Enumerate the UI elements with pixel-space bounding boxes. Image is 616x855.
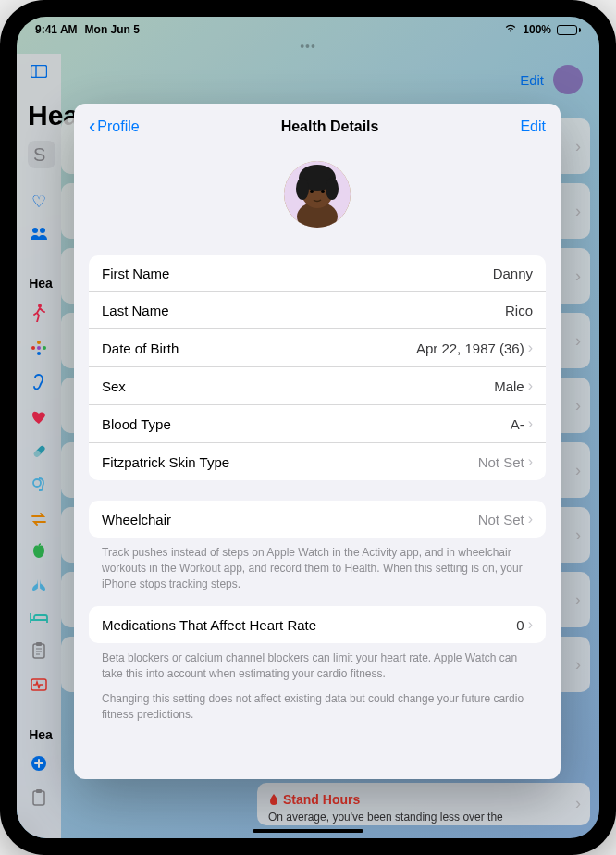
wheelchair-footer: Track pushes instead of steps on Apple W… [74,538,561,606]
chevron-right-icon: › [528,378,533,394]
row-label: Blood Type [102,416,171,432]
row-value: Apr 22, 1987 (36)› [416,340,533,356]
medications-row[interactable]: Medications That Affect Heart Rate 0 › [89,606,546,643]
row-value: 0 › [516,616,533,633]
chevron-right-icon: › [528,453,533,470]
row-label: First Name [102,266,169,281]
row-value: Rico [505,303,533,318]
medications-group: Medications That Affect Heart Rate 0 › [89,606,546,643]
ipad-frame: 9:41 AM Mon Jun 5 100% ••• Health S ♡ He… [0,0,616,855]
avatar-container [74,144,561,255]
row-label: Medications That Affect Heart Rate [102,617,316,633]
row-label: Last Name [102,303,169,318]
detail-row[interactable]: SexMale› [89,367,546,405]
detail-row[interactable]: Fitzpatrick Skin TypeNot Set› [89,443,546,480]
edit-button[interactable]: Edit [520,118,546,135]
row-value: A-› [511,415,533,432]
row-label: Date of Birth [102,341,179,356]
chevron-right-icon: › [528,511,533,527]
row-value: Not Set› [478,453,533,470]
row-label: Fitzpatrick Skin Type [102,454,229,470]
row-value: Not Set › [478,511,533,527]
home-indicator[interactable] [253,829,363,833]
svg-point-29 [321,190,325,193]
chevron-left-icon: ‹ [89,117,95,137]
chevron-right-icon: › [528,340,533,356]
chevron-right-icon: › [528,415,533,432]
svg-point-28 [310,190,314,193]
detail-row[interactable]: Date of BirthApr 22, 1987 (36)› [89,329,546,367]
back-button[interactable]: ‹ Profile [89,117,140,137]
chevron-right-icon: › [528,616,533,633]
svg-point-26 [296,178,309,200]
detail-row[interactable]: Blood TypeA-› [89,405,546,443]
row-value: Danny [493,266,533,281]
medications-footer: Beta blockers or calcium channel blocker… [74,643,561,737]
screen: 9:41 AM Mon Jun 5 100% ••• Health S ♡ He… [17,17,599,838]
detail-row: First NameDanny [89,255,546,292]
detail-row: Last NameRico [89,292,546,329]
sheet-header: ‹ Profile Health Details Edit [74,104,561,144]
details-group: First NameDannyLast NameRicoDate of Birt… [89,255,546,480]
health-details-sheet: ‹ Profile Health Details Edit [74,104,561,779]
row-label: Sex [102,378,126,394]
row-value: Male› [494,378,533,394]
back-label: Profile [97,118,139,135]
svg-point-27 [326,178,339,200]
wheelchair-group: Wheelchair Not Set › [89,501,546,538]
profile-avatar[interactable] [284,161,351,228]
wheelchair-row[interactable]: Wheelchair Not Set › [89,501,546,538]
row-label: Wheelchair [102,512,171,527]
sheet-title: Health Details [281,118,379,135]
